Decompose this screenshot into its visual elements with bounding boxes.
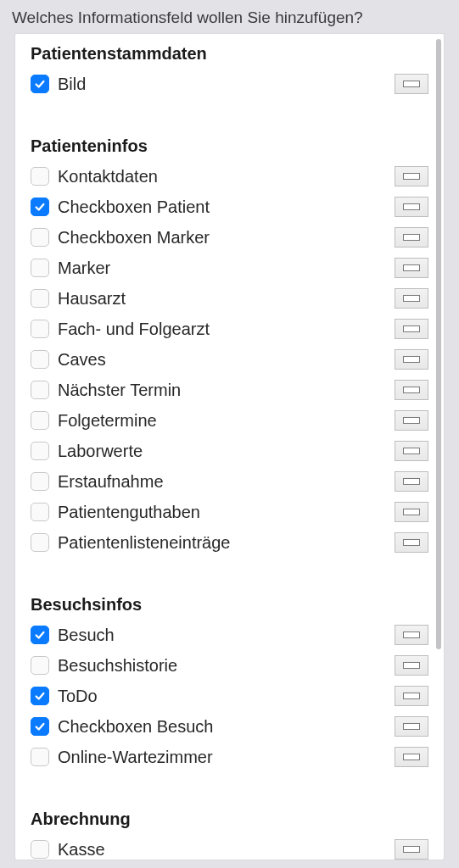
option-row: Besuchshistorie bbox=[31, 650, 428, 681]
checkbox[interactable] bbox=[31, 350, 49, 369]
checkbox[interactable] bbox=[31, 472, 49, 491]
checkbox[interactable] bbox=[31, 381, 49, 399]
dialog-title: Welches Informationsfeld wollen Sie hinz… bbox=[0, 0, 459, 34]
preview-thumb[interactable] bbox=[395, 166, 428, 186]
preview-thumb-inner bbox=[403, 509, 420, 515]
preview-thumb[interactable] bbox=[395, 227, 428, 248]
option-label: Checkboxen Marker bbox=[58, 228, 388, 248]
option-label: Checkboxen Besuch bbox=[58, 717, 388, 737]
option-row: Bild bbox=[31, 69, 428, 99]
option-row: Laborwerte bbox=[31, 436, 428, 466]
option-row: Online-Wartezimmer bbox=[31, 742, 428, 772]
checkbox[interactable] bbox=[31, 503, 49, 521]
preview-thumb-inner bbox=[403, 754, 420, 760]
checkbox[interactable] bbox=[31, 748, 49, 766]
option-label: Fach- und Folgearzt bbox=[58, 320, 388, 339]
preview-thumb[interactable] bbox=[395, 319, 428, 339]
preview-thumb-inner bbox=[403, 478, 420, 485]
preview-thumb[interactable] bbox=[395, 380, 428, 400]
preview-thumb-inner bbox=[403, 295, 420, 302]
option-label: Erstaufnahme bbox=[58, 472, 388, 492]
option-row: Fach- und Folgearzt bbox=[31, 314, 428, 344]
option-label: Besuch bbox=[58, 626, 388, 645]
preview-thumb-inner bbox=[403, 264, 420, 271]
preview-thumb-inner bbox=[403, 846, 420, 853]
option-row: Besuch bbox=[31, 620, 428, 650]
preview-thumb-inner bbox=[403, 417, 420, 424]
checkbox[interactable] bbox=[31, 259, 49, 277]
preview-thumb[interactable] bbox=[395, 288, 428, 309]
section-title: Besuchsinfos bbox=[31, 595, 428, 615]
option-label: ToDo bbox=[58, 687, 388, 706]
option-row: Nächster Termin bbox=[31, 375, 428, 405]
preview-thumb[interactable] bbox=[395, 532, 428, 553]
preview-thumb-inner bbox=[403, 723, 420, 730]
preview-thumb-inner bbox=[403, 203, 420, 210]
checkbox[interactable] bbox=[31, 198, 49, 216]
preview-thumb-inner bbox=[403, 693, 420, 699]
preview-thumb[interactable] bbox=[395, 74, 428, 94]
option-row: Hausarzt bbox=[31, 283, 428, 314]
preview-thumb[interactable] bbox=[395, 655, 428, 676]
checkbox[interactable] bbox=[31, 320, 49, 338]
options-panel: PatientenstammdatenBildPatienteninfosKon… bbox=[15, 34, 444, 860]
preview-thumb[interactable] bbox=[395, 502, 428, 522]
option-label: Kontaktdaten bbox=[58, 167, 388, 186]
option-row: ToDo bbox=[31, 681, 428, 711]
option-label: Patientenguthaben bbox=[58, 503, 388, 522]
preview-thumb[interactable] bbox=[395, 625, 428, 645]
option-label: Bild bbox=[58, 75, 388, 94]
preview-thumb-inner bbox=[403, 234, 420, 241]
option-label: Patientenlisteneinträge bbox=[58, 533, 388, 553]
option-label: Hausarzt bbox=[58, 289, 388, 309]
preview-thumb[interactable] bbox=[395, 258, 428, 278]
preview-thumb-inner bbox=[403, 173, 420, 180]
checkbox[interactable] bbox=[31, 228, 49, 247]
checkbox[interactable] bbox=[31, 840, 49, 859]
preview-thumb-inner bbox=[403, 356, 420, 363]
checkbox[interactable] bbox=[31, 411, 49, 430]
option-label: Laborwerte bbox=[58, 442, 388, 461]
option-label: Checkboxen Patient bbox=[58, 198, 388, 217]
option-row: Patientenlisteneinträge bbox=[31, 527, 428, 558]
preview-thumb[interactable] bbox=[395, 716, 428, 737]
preview-thumb-inner bbox=[403, 632, 420, 638]
option-label: Folgetermine bbox=[58, 411, 388, 431]
option-row: Folgetermine bbox=[31, 405, 428, 436]
option-row: Checkboxen Besuch bbox=[31, 711, 428, 742]
preview-thumb[interactable] bbox=[395, 349, 428, 370]
scrollbar[interactable] bbox=[436, 39, 441, 649]
option-row: Kontaktdaten bbox=[31, 161, 428, 192]
preview-thumb[interactable] bbox=[395, 747, 428, 767]
section-title: Patientenstammdaten bbox=[31, 44, 428, 64]
section-title: Patienteninfos bbox=[31, 136, 428, 156]
checkbox[interactable] bbox=[31, 626, 49, 644]
checkbox[interactable] bbox=[31, 656, 49, 675]
preview-thumb[interactable] bbox=[395, 686, 428, 706]
option-row: Erstaufnahme bbox=[31, 466, 428, 497]
checkbox[interactable] bbox=[31, 717, 49, 736]
preview-thumb[interactable] bbox=[395, 471, 428, 492]
option-row: Kasse bbox=[31, 834, 428, 860]
preview-thumb[interactable] bbox=[395, 839, 428, 860]
checkbox[interactable] bbox=[31, 167, 49, 186]
option-row: Caves bbox=[31, 344, 428, 375]
preview-thumb[interactable] bbox=[395, 410, 428, 431]
option-row: Marker bbox=[31, 253, 428, 283]
preview-thumb-inner bbox=[403, 81, 420, 87]
option-label: Kasse bbox=[58, 840, 388, 860]
checkbox[interactable] bbox=[31, 687, 49, 705]
preview-thumb[interactable] bbox=[395, 441, 428, 461]
checkbox[interactable] bbox=[31, 533, 49, 552]
preview-thumb[interactable] bbox=[395, 197, 428, 217]
preview-thumb-inner bbox=[403, 448, 420, 454]
checkbox[interactable] bbox=[31, 75, 49, 93]
option-label: Marker bbox=[58, 259, 388, 278]
checkbox[interactable] bbox=[31, 442, 49, 460]
option-row: Checkboxen Marker bbox=[31, 222, 428, 253]
option-label: Besuchshistorie bbox=[58, 656, 388, 676]
checkbox[interactable] bbox=[31, 289, 49, 308]
preview-thumb-inner bbox=[403, 539, 420, 546]
preview-thumb-inner bbox=[403, 662, 420, 669]
scroll-area: PatientenstammdatenBildPatienteninfosKon… bbox=[15, 34, 444, 860]
